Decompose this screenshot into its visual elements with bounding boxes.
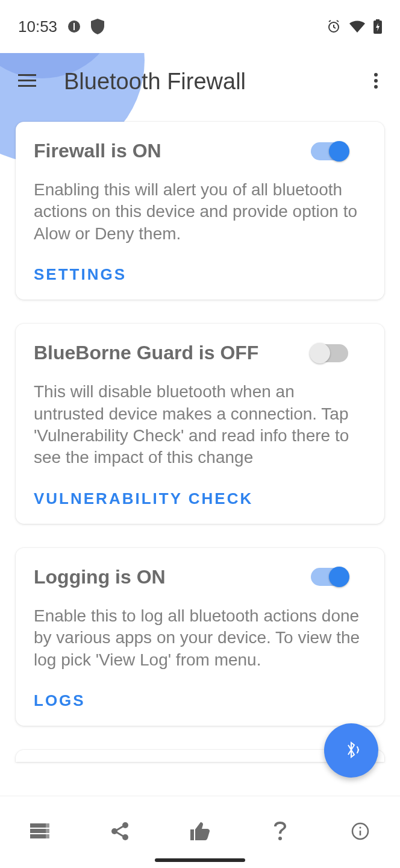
svg-point-18 [122,822,128,828]
nav-list-button[interactable] [22,814,58,851]
svg-rect-6 [18,80,36,81]
blueborne-card-title: BlueBorne Guard is OFF [34,342,258,364]
blueborne-card: BlueBorne Guard is OFF This will disable… [16,324,384,524]
svg-rect-7 [18,85,36,87]
switch-thumb [310,343,330,363]
bluetooth-fab[interactable] [324,723,378,778]
nav-like-button[interactable] [182,814,218,851]
content: Firewall is ON Enabling this will alert … [0,110,400,762]
svg-rect-16 [46,829,49,833]
bottom-nav [0,796,400,868]
status-time: 10:53 [18,17,57,36]
settings-button[interactable]: SETTINGS [34,265,127,284]
nav-info-button[interactable] [342,814,378,851]
svg-point-9 [374,79,378,83]
blueborne-card-desc: This will disable bluetooth when an untr… [34,381,360,469]
firewall-card: Firewall is ON Enabling this will alert … [16,122,384,300]
menu-icon [18,74,36,89]
list-icon [30,823,49,841]
svg-rect-1 [73,23,75,30]
svg-point-8 [374,73,378,77]
alarm-icon [327,19,341,34]
svg-point-23 [359,827,361,829]
nav-share-button[interactable] [102,814,138,851]
switch-thumb [329,567,349,587]
firewall-card-title: Firewall is ON [34,140,161,162]
logging-card-desc: Enable this to log all bluetooth actions… [34,605,360,671]
home-indicator[interactable] [155,858,245,862]
svg-rect-5 [18,74,36,76]
battery-charging-icon [373,19,382,34]
logging-card: Logging is ON Enable this to log all blu… [16,548,384,726]
privacy-shield-icon [91,19,104,34]
switch-thumb [329,141,349,162]
svg-point-21 [278,837,282,840]
menu-button[interactable] [12,66,42,96]
share-icon [111,822,129,843]
thumb-up-icon [190,822,210,842]
bluetooth-broadcast-icon [340,739,362,763]
logging-switch[interactable] [311,568,348,586]
firewall-card-desc: Enabling this will alert you of all blue… [34,179,360,245]
firewall-switch[interactable] [311,142,348,160]
app-title: Bluetooth Firewall [64,69,246,95]
status-bar: 10:53 [0,0,400,53]
svg-point-19 [111,828,117,834]
logging-card-title: Logging is ON [34,566,166,588]
help-icon [274,822,286,843]
svg-point-10 [374,85,378,89]
logs-button[interactable]: LOGS [34,691,86,710]
app-bar: Bluetooth Firewall [0,53,400,110]
more-vert-icon [373,72,378,91]
svg-rect-4 [376,19,380,21]
dnd-icon [67,19,81,34]
overflow-button[interactable] [364,69,388,93]
info-icon [351,822,369,842]
blueborne-switch[interactable] [311,344,348,362]
nav-help-button[interactable] [262,814,298,851]
wifi-icon [349,20,365,33]
svg-point-20 [122,834,128,840]
svg-rect-15 [46,823,49,828]
vulnerability-check-button[interactable]: VULNERABILITY CHECK [34,489,253,508]
svg-rect-17 [46,834,49,838]
svg-point-11 [358,749,359,750]
